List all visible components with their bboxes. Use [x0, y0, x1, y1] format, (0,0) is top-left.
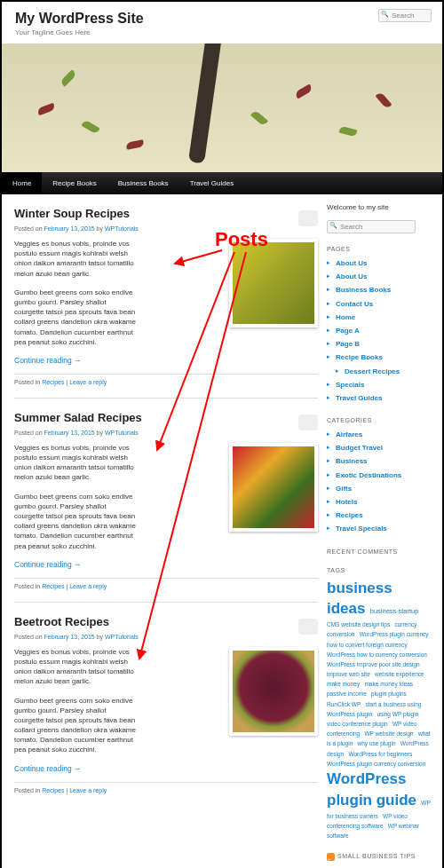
posted-on-label: Posted on	[14, 430, 44, 436]
page-link[interactable]: Home	[336, 313, 355, 321]
post: Beetroot Recipes Posted on February 13, …	[14, 615, 318, 806]
post-thumbnail[interactable]	[229, 443, 318, 532]
page-link[interactable]: About Us	[336, 272, 368, 280]
site-title[interactable]: My WordPress Site	[15, 11, 429, 27]
annotation-label: Posts	[215, 228, 268, 251]
tag-link[interactable]: WordPress plugin guide	[327, 770, 416, 809]
continue-reading-link[interactable]: Continue reading →	[14, 356, 318, 365]
page-link[interactable]: Page A	[336, 327, 360, 335]
post-author-link[interactable]: WPTutorials	[105, 634, 139, 640]
tag-link[interactable]: make money ideas	[364, 681, 413, 687]
post: Summer Salad Recipes Posted on February …	[14, 411, 318, 603]
nav-item-business-books[interactable]: Business Books	[107, 172, 179, 194]
tag-link[interactable]: WordPress plugin currency conversion	[327, 761, 425, 767]
category-link[interactable]: Recipes	[42, 787, 64, 793]
post-paragraph: Gumbo beet greens corn soko endive gumbo…	[14, 492, 137, 551]
page-link[interactable]: Business Books	[336, 286, 391, 294]
category-link[interactable]: Travel Specials	[336, 525, 387, 533]
category-link[interactable]: Recipes	[42, 583, 64, 589]
posted-on-label: Posted on	[14, 225, 44, 232]
leave-reply-link[interactable]: Leave a reply	[69, 379, 107, 385]
tag-link[interactable]: WordPress for beginners	[348, 751, 412, 757]
tag-link[interactable]: plugin plugins	[371, 690, 407, 697]
site-header: My WordPress Site Your Tagline Goes Here…	[2, 2, 442, 43]
post-author-link[interactable]: WPTutorials	[105, 430, 139, 436]
tag-link[interactable]: business startup	[370, 607, 419, 615]
post-meta: Posted on February 13, 2015 by WPTutoria…	[14, 225, 318, 232]
by-label: by	[95, 634, 105, 640]
continue-reading-link[interactable]: Continue reading →	[14, 560, 318, 569]
welcome-text: Welcome to my site	[327, 203, 433, 211]
rss-icon[interactable]	[327, 853, 335, 861]
tag-link[interactable]: make money	[327, 681, 360, 687]
tag-link[interactable]: WP website design	[364, 730, 413, 737]
post-date-link[interactable]: February 13, 2015	[44, 225, 94, 232]
post-date-link[interactable]: February 13, 2015	[44, 430, 94, 436]
post-date-link[interactable]: February 13, 2015	[44, 634, 94, 640]
page-link[interactable]: Page B	[336, 340, 360, 348]
search-input-sidebar[interactable]: Search	[327, 220, 416, 233]
post-title[interactable]: Winter Soup Recipes	[14, 207, 318, 220]
page-link[interactable]: Recipe Books	[336, 353, 383, 361]
comment-bubble-icon[interactable]	[298, 210, 318, 226]
tag-cloud: business ideas business startup CMS webs…	[327, 578, 433, 841]
leave-reply-link[interactable]: Leave a reply	[69, 583, 107, 589]
comment-bubble-icon[interactable]	[298, 414, 318, 430]
post-thumbnail[interactable]	[229, 647, 318, 736]
category-link[interactable]: Budget Travel	[336, 444, 383, 452]
post-meta: Posted on February 13, 2015 by WPTutoria…	[14, 634, 318, 640]
category-link[interactable]: Recipes	[42, 379, 64, 385]
leave-reply-link[interactable]: Leave a reply	[69, 787, 107, 793]
tag-link[interactable]: passive income	[327, 690, 367, 697]
search-input-top[interactable]: Search	[378, 9, 432, 22]
nav-item-travel-guides[interactable]: Travel Guides	[179, 172, 245, 194]
by-label: by	[95, 225, 105, 232]
page-link[interactable]: Contact Us	[336, 300, 373, 308]
category-link[interactable]: Gifts	[336, 485, 352, 493]
tag-link[interactable]: CMS website design tips	[327, 621, 390, 627]
nav-item-recipe-books[interactable]: Recipe Books	[42, 172, 107, 194]
continue-reading-link[interactable]: Continue reading →	[14, 764, 318, 773]
post-title[interactable]: Beetroot Recipes	[14, 615, 318, 628]
category-link[interactable]: Recipes	[336, 511, 363, 519]
sidebar: Welcome to my site Search PAGES About Us…	[327, 203, 433, 868]
post-footer: Posted in Recipes | Leave a reply	[14, 374, 318, 385]
tag-link[interactable]: RunClick WP	[327, 701, 361, 707]
main-column: Winter Soup Recipes Posted on February 1…	[14, 203, 327, 868]
widget-title-pages: PAGES	[327, 246, 433, 252]
tag-link[interactable]: video conference plugin	[327, 721, 388, 727]
tag-link[interactable]: using WP plugin	[377, 711, 418, 717]
by-label: by	[95, 430, 105, 436]
page-link[interactable]: Dessert Recipes	[345, 367, 400, 375]
rss-title-text[interactable]: SMALL BUSINESS TIPS	[337, 853, 416, 859]
post-paragraph: Gumbo beet greens corn soko endive gumbo…	[14, 288, 137, 347]
page-link[interactable]: Travel Guides	[336, 394, 382, 402]
post-paragraph: Veggies es bonus vobis, proinde vos post…	[14, 239, 137, 279]
category-link[interactable]: Airfares	[336, 430, 362, 438]
page-link[interactable]: Specials	[336, 381, 364, 389]
widget-title-rss: SMALL BUSINESS TIPS	[327, 853, 433, 861]
tag-link[interactable]: WordPress improve poor site design	[327, 661, 420, 667]
tag-link[interactable]: why use plugin	[358, 740, 396, 746]
site-tagline: Your Tagline Goes Here	[15, 28, 429, 36]
tag-link[interactable]: WordPress plugin currency	[360, 631, 429, 637]
post-thumbnail[interactable]	[229, 239, 318, 327]
post-title[interactable]: Summer Salad Recipes	[14, 411, 318, 424]
category-link[interactable]: Exotic Destinations	[336, 471, 401, 479]
post-paragraph: Veggies es bonus vobis, proinde vos post…	[14, 443, 137, 483]
widget-title-recent-comments: RECENT COMMENTS	[327, 548, 433, 555]
posted-on-label: Posted on	[14, 634, 44, 640]
post-author-link[interactable]: WPTutorials	[105, 225, 139, 232]
page-link[interactable]: About Us	[336, 259, 368, 267]
tag-link[interactable]: website experience	[375, 671, 424, 677]
tag-link[interactable]: improve web site	[327, 671, 370, 677]
widget-title-tags: TAGS	[327, 567, 433, 573]
category-link[interactable]: Business	[336, 457, 368, 465]
tag-link[interactable]: how to convert foreign currency	[327, 642, 408, 648]
category-link[interactable]: Hotels	[336, 498, 357, 506]
tag-link[interactable]: WordPress how to currency conversion	[327, 651, 427, 658]
post-paragraph: Veggies es bonus vobis, proinde vos post…	[14, 647, 137, 687]
nav-item-home[interactable]: Home	[2, 172, 42, 194]
comment-bubble-icon[interactable]	[298, 619, 318, 635]
header-banner-image	[2, 43, 442, 172]
